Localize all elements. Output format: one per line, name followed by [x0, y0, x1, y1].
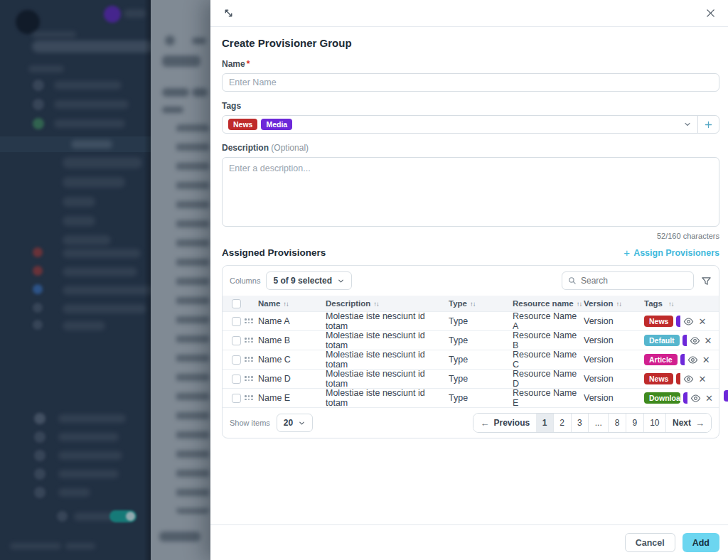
tags-label: Tags — [222, 101, 719, 111]
select-all-checkbox[interactable] — [232, 299, 241, 308]
column-header-version[interactable]: Version↑↓ — [584, 299, 644, 308]
overflow-tag-chip — [683, 392, 687, 404]
drag-handle-icon[interactable] — [245, 395, 253, 401]
required-asterisk: * — [247, 59, 250, 69]
modal-backdrop[interactable] — [0, 0, 210, 560]
drag-handle-icon[interactable] — [245, 338, 253, 343]
tag-chip: News — [644, 373, 673, 384]
page-button[interactable]: 9 — [626, 414, 643, 432]
cell-name: Name A — [257, 316, 326, 326]
cell-type: Type — [449, 355, 513, 365]
row-checkbox[interactable] — [232, 355, 241, 365]
arrow-right-icon: → — [695, 418, 705, 429]
columns-label: Columns — [230, 276, 260, 285]
overflow-tag-chip — [724, 390, 728, 402]
view-row-button[interactable] — [683, 316, 694, 327]
table-row: Name B Molestiae iste nesciunt id totam … — [223, 330, 719, 350]
drag-handle-icon[interactable] — [245, 376, 253, 382]
eye-icon — [690, 335, 700, 346]
assign-provisioners-link[interactable]: + Assign Provisioners — [623, 247, 719, 258]
cell-name: Name E — [257, 393, 326, 403]
table-search[interactable] — [562, 271, 694, 290]
tag-chip: Default — [644, 335, 680, 346]
name-label: Name* — [222, 59, 719, 69]
description-label: Description (Optional) — [222, 143, 719, 153]
cell-resource: Resource Name D — [513, 369, 584, 389]
page-button[interactable]: 2 — [553, 414, 571, 432]
table-row: Name D Molestiae iste nesciunt id totam … — [223, 369, 719, 388]
plus-icon — [704, 120, 713, 129]
remove-row-button[interactable]: ✕ — [704, 394, 714, 403]
row-checkbox[interactable] — [232, 394, 241, 403]
eye-icon — [683, 374, 694, 384]
column-header-name[interactable]: Name↑↓ — [257, 299, 326, 308]
description-textarea[interactable] — [222, 157, 719, 227]
row-checkbox[interactable] — [232, 375, 241, 384]
columns-dropdown[interactable]: 5 of 9 selected — [266, 271, 352, 290]
close-icon — [706, 9, 715, 18]
chevron-down-icon[interactable] — [678, 116, 697, 133]
page-ellipsis[interactable]: ... — [588, 414, 608, 432]
name-field-group: Name* — [222, 59, 719, 92]
tag-chip: Media — [261, 119, 292, 130]
table-body: Name A Molestiae iste nesciunt id totam … — [223, 311, 719, 407]
view-row-button[interactable] — [690, 393, 701, 404]
remove-row-button[interactable]: ✕ — [703, 336, 714, 345]
table-row: Name A Molestiae iste nesciunt id totam … — [223, 311, 719, 330]
remove-row-button[interactable]: ✕ — [701, 355, 712, 365]
character-counter: 52/160 characters — [222, 232, 719, 240]
column-header-tags[interactable]: Tags↑↓ — [644, 299, 719, 308]
drag-handle-icon[interactable] — [245, 357, 253, 362]
cancel-button[interactable]: Cancel — [625, 533, 675, 552]
description-field-group: Description (Optional) 52/160 characters — [222, 143, 719, 240]
add-button[interactable]: Add — [682, 533, 719, 552]
page-button[interactable]: 8 — [608, 414, 626, 432]
column-header-type[interactable]: Type↑↓ — [449, 299, 513, 308]
expand-modal-button[interactable] — [220, 6, 236, 21]
cell-resource: Resource Name B — [513, 330, 584, 350]
chevron-down-icon — [337, 277, 345, 285]
previous-page-button[interactable]: ← Previous — [473, 414, 536, 432]
cell-tags: News ✕ — [644, 316, 719, 327]
sort-icon: ↑↓ — [616, 300, 622, 308]
eye-icon — [690, 393, 701, 404]
filter-icon[interactable] — [701, 276, 712, 286]
page-size-dropdown[interactable]: 20 — [277, 414, 313, 432]
search-input[interactable] — [581, 276, 687, 286]
cell-version: Version — [584, 335, 644, 345]
overflow-tag-chip — [676, 316, 680, 327]
overflow-tag-chip — [680, 354, 685, 365]
drag-handle-icon[interactable] — [245, 318, 253, 324]
remove-row-button[interactable]: ✕ — [697, 375, 707, 384]
sort-icon: ↑↓ — [283, 300, 289, 308]
cell-tags: Article ✕ — [644, 354, 719, 365]
add-tag-button[interactable] — [697, 116, 719, 133]
cell-resource: Resource Name A — [513, 311, 584, 331]
arrow-left-icon: ← — [480, 418, 489, 429]
column-header-description[interactable]: Description↑↓ — [326, 299, 449, 308]
column-header-resource[interactable]: Resource name↑↓ — [513, 299, 584, 308]
tags-select[interactable]: News Media — [222, 115, 719, 134]
overflow-tag-chip — [682, 335, 687, 346]
next-page-button[interactable]: Next → — [665, 414, 711, 432]
cell-type: Type — [449, 374, 513, 384]
close-modal-button[interactable] — [702, 6, 718, 21]
cell-description: Molestiae iste nesciunt id totam — [326, 311, 449, 331]
plus-icon: + — [623, 247, 630, 258]
view-row-button[interactable] — [690, 335, 700, 346]
provisioners-table: Columns 5 of 9 selected — [222, 265, 719, 438]
name-input[interactable] — [222, 73, 719, 92]
row-checkbox[interactable] — [232, 317, 241, 326]
page-button[interactable]: 3 — [571, 414, 589, 432]
view-row-button[interactable] — [687, 355, 698, 365]
chevron-down-icon — [298, 419, 306, 427]
remove-row-button[interactable]: ✕ — [697, 317, 707, 326]
tag-chip: Article — [644, 354, 678, 365]
view-row-button[interactable] — [683, 374, 694, 384]
page-button[interactable]: 10 — [643, 414, 665, 432]
cell-version: Version — [584, 355, 644, 365]
table-header-row: Name↑↓ Description↑↓ Type↑↓ Resource nam… — [223, 296, 719, 311]
page-button[interactable]: 1 — [536, 414, 553, 432]
row-checkbox[interactable] — [232, 336, 241, 345]
cell-description: Molestiae iste nesciunt id totam — [326, 350, 449, 370]
